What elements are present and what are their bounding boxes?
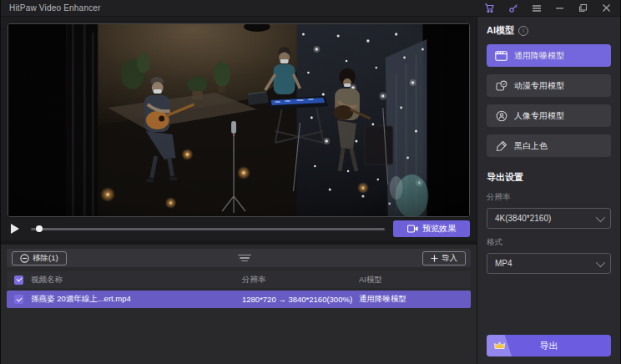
model-label: 黑白上色 bbox=[514, 140, 548, 152]
video-preview bbox=[8, 23, 470, 217]
app-window: HitPaw Video Enhancer bbox=[0, 0, 621, 364]
menu-icon[interactable] bbox=[531, 3, 542, 13]
close-icon[interactable] bbox=[601, 3, 612, 13]
resolution-value: 4K(3840*2160) bbox=[495, 214, 551, 223]
seek-slider[interactable] bbox=[31, 228, 385, 230]
portrait-icon bbox=[495, 109, 507, 122]
play-icon bbox=[11, 224, 19, 234]
colorize-brush-icon bbox=[495, 139, 507, 152]
row-model: 通用降噪模型 bbox=[359, 294, 463, 305]
chevron-down-icon bbox=[596, 257, 605, 266]
video-scene bbox=[8, 24, 469, 216]
window-controls bbox=[484, 3, 612, 13]
plus-icon bbox=[431, 255, 438, 262]
app-title: HitPaw Video Enhancer bbox=[9, 3, 101, 13]
chevron-down-icon bbox=[596, 212, 605, 221]
format-label: 格式 bbox=[487, 237, 611, 248]
model-general-denoise[interactable]: 通用降噪模型 bbox=[487, 44, 611, 67]
import-button[interactable]: 导入 bbox=[422, 251, 466, 265]
cart-icon[interactable] bbox=[484, 3, 495, 13]
sidebar: AI模型 i 通用降噪模型 bbox=[477, 17, 620, 364]
anime-icon bbox=[495, 79, 507, 92]
import-label: 导入 bbox=[442, 253, 457, 264]
model-colorize[interactable]: 黑白上色 bbox=[487, 134, 611, 157]
drag-handle-icon[interactable] bbox=[238, 255, 251, 262]
model-label: 人像专用模型 bbox=[514, 110, 564, 122]
row-resolution: 1280*720 → 3840*2160(300%) bbox=[242, 295, 359, 304]
maximize-icon[interactable] bbox=[578, 3, 588, 13]
export-button[interactable]: 导出 bbox=[487, 335, 611, 356]
seek-knob[interactable] bbox=[36, 225, 43, 232]
export-label: 导出 bbox=[512, 340, 586, 352]
file-list-toolbar: 移除(1) 导入 bbox=[7, 249, 471, 267]
format-select[interactable]: MP4 bbox=[487, 253, 611, 274]
resolution-select[interactable]: 4K(3840*2160) bbox=[487, 208, 611, 229]
model-anime[interactable]: 动漫专用模型 bbox=[487, 74, 611, 97]
video-camera-icon bbox=[407, 225, 418, 233]
column-model: AI模型 bbox=[359, 275, 463, 286]
row-checkbox[interactable] bbox=[14, 295, 23, 304]
model-portrait[interactable]: 人像专用模型 bbox=[487, 104, 611, 127]
file-list-panel: 移除(1) 导入 视频名称 分辨率 AI模型 bbox=[1, 245, 477, 364]
titlebar: HitPaw Video Enhancer bbox=[1, 0, 620, 17]
preview-effect-label: 预览效果 bbox=[422, 223, 456, 235]
remove-label: 移除(1) bbox=[33, 253, 58, 264]
row-filename: 孫燕姿 20週年線上...ert.mp4 bbox=[31, 294, 242, 305]
select-all-checkbox[interactable] bbox=[14, 276, 23, 285]
model-label: 动漫专用模型 bbox=[514, 80, 564, 92]
minimize-icon[interactable] bbox=[554, 3, 565, 13]
crown-icon bbox=[487, 335, 512, 356]
minus-circle-icon bbox=[20, 254, 29, 263]
preview-effect-button[interactable]: 预览效果 bbox=[393, 220, 470, 237]
column-name: 视频名称 bbox=[31, 275, 242, 286]
table-row[interactable]: 孫燕姿 20週年線上...ert.mp4 1280*720 → 3840*216… bbox=[7, 291, 471, 308]
play-button[interactable] bbox=[11, 223, 23, 235]
ai-models-title: AI模型 bbox=[487, 24, 514, 37]
format-value: MP4 bbox=[495, 259, 512, 268]
key-icon[interactable] bbox=[507, 3, 518, 13]
column-resolution: 分辨率 bbox=[242, 275, 359, 286]
resolution-label: 分辨率 bbox=[487, 192, 611, 203]
export-settings-title: 导出设置 bbox=[487, 171, 611, 184]
film-frame-icon bbox=[495, 49, 507, 62]
info-icon[interactable]: i bbox=[518, 26, 528, 36]
remove-button[interactable]: 移除(1) bbox=[12, 251, 67, 265]
model-label: 通用降噪模型 bbox=[514, 50, 564, 62]
main-area: 预览效果 移除(1) bbox=[1, 17, 477, 364]
playbar: 预览效果 bbox=[1, 217, 477, 240]
table-header: 视频名称 分辨率 AI模型 bbox=[7, 271, 471, 288]
